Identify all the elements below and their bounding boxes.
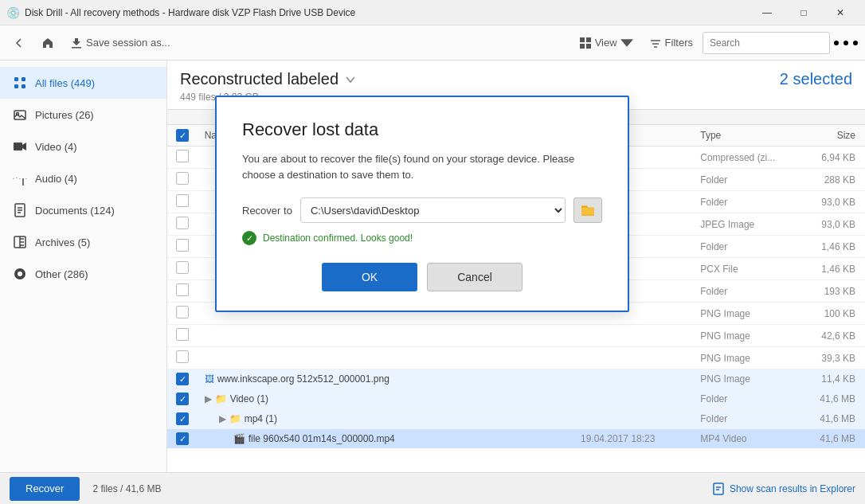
file-name-cell: ▶📁mp4 (1)	[198, 409, 574, 429]
sidebar-item-archives[interactable]: Archives (5)	[0, 226, 166, 258]
row-checkbox[interactable]	[176, 328, 189, 341]
row-checkbox[interactable]	[176, 261, 189, 274]
svg-rect-12	[14, 84, 18, 88]
sidebar: All files (449) Pictures (26) Video (4) …	[0, 61, 167, 472]
row-checkbox[interactable]	[176, 150, 189, 162]
ok-button[interactable]: OK	[322, 263, 417, 291]
show-results-button[interactable]: Show scan results in Explorer	[712, 483, 855, 495]
row-checkbox[interactable]	[176, 393, 189, 405]
back-icon	[13, 37, 25, 49]
video-icon	[13, 139, 27, 154]
more-icon	[833, 40, 859, 46]
check-all-checkbox[interactable]	[176, 129, 189, 142]
toolbar: Save session as... View Filters	[0, 25, 865, 61]
save-session-button[interactable]: Save session as...	[64, 30, 177, 56]
documents-icon	[13, 203, 27, 217]
sidebar-item-pictures[interactable]: Pictures (26)	[0, 99, 166, 131]
file-type-cell: Folder	[694, 389, 797, 409]
search-input[interactable]	[703, 32, 830, 54]
row-checkbox[interactable]	[176, 172, 189, 185]
svg-rect-28	[714, 483, 723, 494]
row-checkbox[interactable]	[176, 194, 189, 207]
app-icon: 💿	[6, 6, 20, 19]
table-row: ▶📁mp4 (1)Folder41,6 MB	[167, 409, 865, 429]
file-name-cell: 🎬file 960x540 01m14s_000000.mp4	[198, 429, 574, 449]
back-button[interactable]	[6, 30, 32, 56]
file-type-cell: PCX File	[694, 258, 797, 280]
archives-icon	[13, 235, 27, 249]
all-files-icon	[13, 76, 27, 90]
file-size-cell: 193 KB	[797, 280, 865, 303]
view-button[interactable]: View	[573, 30, 640, 56]
file-type-cell: Compressed (zi...	[694, 147, 797, 169]
download-icon	[70, 37, 83, 49]
recover-to-label: Recover to	[242, 205, 292, 217]
row-checkbox[interactable]	[176, 373, 189, 385]
title-chevron-icon[interactable]	[343, 72, 358, 87]
row-checkbox[interactable]	[176, 306, 189, 318]
file-type-cell: JPEG Image	[694, 213, 797, 236]
file-name-cell	[198, 325, 574, 347]
browse-folder-button[interactable]	[573, 197, 602, 223]
file-size-cell: 93,0 KB	[797, 213, 865, 236]
recover-button[interactable]: Recover	[10, 477, 80, 501]
table-row: 🎬file 960x540 01m14s_000000.mp419.04.201…	[167, 429, 865, 449]
file-date-cell	[574, 347, 694, 369]
svg-point-8	[843, 41, 848, 45]
recover-dialog: Recover lost data You are about to recov…	[215, 96, 629, 312]
svg-rect-16	[14, 143, 22, 150]
table-row: 🖼www.inkscape.org 512x512_000001.pngPNG …	[167, 369, 865, 389]
confirm-icon: ✓	[242, 231, 256, 245]
title-bar-text: Disk Drill - All recovery methods - Hard…	[25, 7, 749, 18]
cancel-button[interactable]: Cancel	[427, 263, 523, 291]
sidebar-item-all-files[interactable]: All files (449)	[0, 67, 166, 99]
audio-icon	[13, 171, 27, 186]
row-checkbox[interactable]	[176, 217, 189, 229]
home-button[interactable]	[35, 30, 61, 56]
file-size-cell: 39,3 KB	[797, 347, 865, 369]
maximize-button[interactable]: □	[785, 0, 822, 25]
file-size-cell: 1,46 KB	[797, 258, 865, 280]
sidebar-item-audio[interactable]: Audio (4)	[0, 162, 166, 194]
row-checkbox[interactable]	[176, 412, 189, 425]
svg-rect-11	[22, 77, 25, 81]
file-type-cell: PNG Image	[694, 325, 797, 347]
svg-rect-2	[580, 44, 585, 49]
content-header: Reconstructed labeled 2 selected	[167, 61, 865, 92]
size-col-header: Size	[797, 125, 865, 147]
more-options-button[interactable]	[833, 30, 859, 56]
close-button[interactable]: ✕	[822, 0, 859, 25]
modal-description: You are about to recover the file(s) fou…	[242, 151, 602, 183]
svg-rect-1	[586, 37, 591, 42]
row-checkbox[interactable]	[176, 283, 189, 296]
confirm-message: ✓ Destination confirmed. Looks good!	[242, 231, 602, 245]
file-size-cell: 1,46 KB	[797, 236, 865, 258]
modal-actions: OK Cancel	[242, 263, 602, 291]
filters-icon	[649, 37, 662, 49]
minimize-button[interactable]: —	[749, 0, 785, 25]
file-date-cell	[574, 389, 694, 409]
row-checkbox[interactable]	[176, 432, 189, 445]
file-size-cell: 288 KB	[797, 169, 865, 191]
sidebar-item-video[interactable]: Video (4)	[0, 131, 166, 162]
sidebar-item-other[interactable]: Other (286)	[0, 258, 166, 290]
row-checkbox[interactable]	[176, 350, 189, 363]
file-type-cell: Folder	[694, 280, 797, 303]
row-checkbox[interactable]	[176, 239, 189, 252]
file-size-cell: 41,6 MB	[797, 409, 865, 429]
folder-icon	[581, 203, 595, 217]
file-type-cell: Folder	[694, 409, 797, 429]
file-name-cell: ▶📁Video (1)	[198, 389, 574, 409]
sidebar-item-documents[interactable]: Documents (124)	[0, 194, 166, 226]
filters-button[interactable]: Filters	[643, 30, 699, 56]
explorer-icon	[712, 483, 725, 495]
file-type-cell: Folder	[694, 236, 797, 258]
svg-rect-3	[586, 44, 591, 49]
file-size-cell: 100 KB	[797, 303, 865, 325]
view-icon	[579, 37, 592, 49]
path-select[interactable]: C:\Users\david\Desktop	[300, 197, 566, 223]
selected-count: 2 selected	[780, 70, 852, 88]
check-all-col	[167, 125, 198, 147]
window-controls: — □ ✕	[749, 0, 859, 25]
type-col-header: Type	[694, 125, 797, 147]
